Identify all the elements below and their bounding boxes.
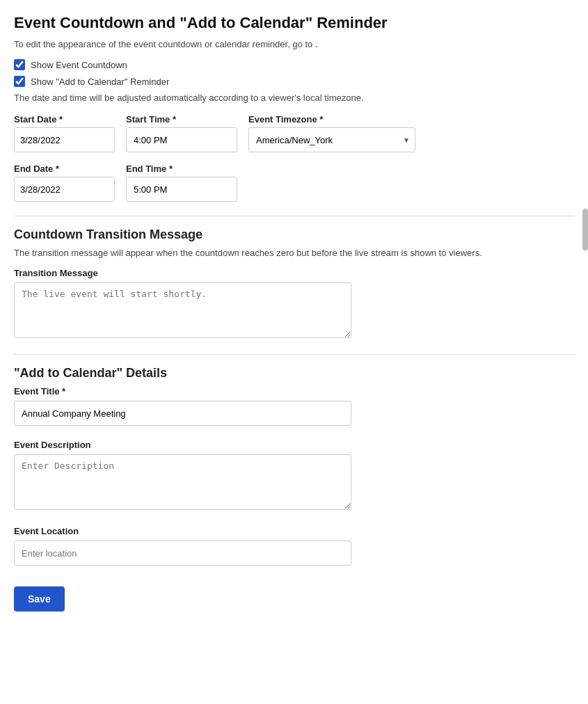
end-time-label: End Time * — [126, 163, 237, 174]
page-title: Event Countdown and "Add to Calendar" Re… — [14, 14, 574, 32]
start-date-group: Start Date * ▼ — [14, 114, 115, 152]
end-date-input[interactable] — [15, 177, 115, 201]
show-reminder-checkbox[interactable] — [14, 76, 25, 87]
end-time-input[interactable] — [126, 177, 237, 202]
timezone-group: Event Timezone * America/New_York Americ… — [248, 114, 415, 152]
start-time-label: Start Time * — [126, 114, 237, 125]
show-countdown-row: Show Event Countdown — [14, 59, 574, 70]
countdown-section-description: The transition message will appear when … — [14, 248, 574, 258]
event-description-field: Event Description — [14, 440, 574, 512]
start-date-input[interactable] — [15, 128, 115, 152]
save-button[interactable]: Save — [14, 586, 65, 611]
event-title-label: Event Title * — [14, 386, 574, 397]
start-time-group: Start Time * — [126, 114, 237, 152]
transition-message-field: Transition Message — [14, 268, 574, 340]
event-description-input[interactable] — [14, 454, 351, 510]
divider-1 — [14, 216, 574, 216]
start-time-input[interactable] — [126, 127, 237, 152]
show-countdown-checkbox[interactable] — [14, 59, 25, 70]
timezone-label: Event Timezone * — [248, 114, 415, 125]
end-time-group: End Time * — [126, 163, 237, 202]
start-datetime-row: Start Date * ▼ Start Time * Event Timezo… — [14, 114, 574, 152]
start-date-input-wrap[interactable]: ▼ — [14, 127, 115, 152]
event-description-label: Event Description — [14, 440, 574, 450]
countdown-section-heading: Countdown Transition Message — [14, 227, 574, 242]
end-datetime-row: End Date * ▼ End Time * — [14, 163, 574, 202]
event-location-label: Event Location — [14, 526, 574, 536]
page-description: To edit the appearance of the event coun… — [14, 39, 574, 49]
transition-message-label: Transition Message — [14, 268, 574, 278]
timezone-select-wrap: America/New_York America/Chicago America… — [248, 127, 415, 152]
end-date-group: End Date * ▼ — [14, 163, 115, 202]
event-location-field: Event Location — [14, 526, 574, 566]
timezone-note: The date and time will be adjusted autom… — [14, 93, 574, 103]
scrollbar[interactable] — [582, 209, 588, 250]
event-title-field: Event Title * — [14, 386, 574, 426]
show-reminder-label: Show "Add to Calendar" Reminder — [31, 77, 169, 87]
show-reminder-row: Show "Add to Calendar" Reminder — [14, 76, 574, 87]
calendar-section-heading: "Add to Calendar" Details — [14, 366, 574, 381]
end-date-label: End Date * — [14, 163, 115, 174]
start-date-label: Start Date * — [14, 114, 115, 125]
timezone-select[interactable]: America/New_York America/Chicago America… — [248, 127, 415, 152]
end-date-input-wrap[interactable]: ▼ — [14, 177, 115, 202]
show-countdown-label: Show Event Countdown — [31, 60, 127, 70]
divider-2 — [14, 354, 574, 355]
event-location-input[interactable] — [14, 541, 351, 566]
transition-message-input[interactable] — [14, 282, 351, 338]
event-title-input[interactable] — [14, 401, 351, 426]
